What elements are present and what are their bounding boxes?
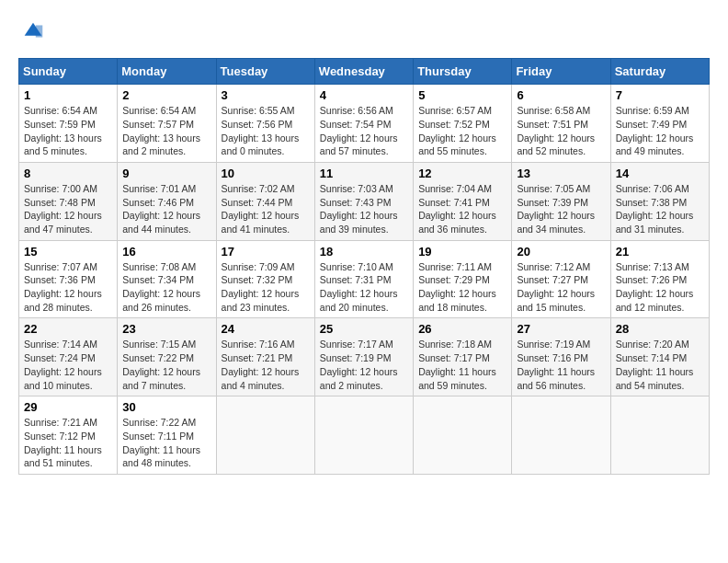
sunrise-label: Sunrise: 6:54 AM: [122, 105, 196, 116]
calendar-cell: 6 Sunrise: 6:58 AM Sunset: 7:51 PM Dayli…: [512, 85, 610, 163]
sunrise-label: Sunrise: 6:54 AM: [24, 105, 97, 116]
sunrise-label: Sunrise: 7:05 AM: [517, 183, 590, 194]
sunrise-label: Sunrise: 6:55 AM: [222, 105, 295, 116]
sunset-label: Sunset: 7:26 PM: [616, 274, 688, 285]
day-info: Sunrise: 6:55 AM Sunset: 7:56 PM Dayligh…: [222, 104, 310, 158]
weekday-tuesday: Tuesday: [216, 59, 314, 85]
day-info: Sunrise: 6:54 AM Sunset: 7:59 PM Dayligh…: [24, 104, 112, 158]
sunset-label: Sunset: 7:22 PM: [122, 352, 194, 363]
day-info: Sunrise: 6:59 AM Sunset: 7:49 PM Dayligh…: [616, 104, 704, 158]
daylight-label: Daylight: 12 hours and 47 minutes.: [24, 210, 102, 235]
calendar-cell: 26 Sunrise: 7:18 AM Sunset: 7:17 PM Dayl…: [414, 318, 512, 396]
sunrise-label: Sunrise: 7:13 AM: [616, 261, 689, 272]
calendar-cell: 13 Sunrise: 7:05 AM Sunset: 7:39 PM Dayl…: [512, 162, 610, 240]
sunrise-label: Sunrise: 7:09 AM: [222, 261, 295, 272]
day-number: 23: [122, 322, 210, 336]
sunrise-label: Sunrise: 7:10 AM: [320, 261, 393, 272]
calendar-cell: 1 Sunrise: 6:54 AM Sunset: 7:59 PM Dayli…: [19, 85, 118, 163]
calendar-cell: 9 Sunrise: 7:01 AM Sunset: 7:46 PM Dayli…: [118, 162, 216, 240]
sunrise-label: Sunrise: 7:02 AM: [222, 183, 295, 194]
sunset-label: Sunset: 7:29 PM: [418, 274, 490, 285]
sunset-label: Sunset: 7:44 PM: [222, 197, 293, 208]
day-number: 8: [24, 167, 112, 180]
day-number: 30: [122, 400, 210, 414]
sunrise-label: Sunrise: 7:20 AM: [616, 339, 689, 350]
sunset-label: Sunset: 7:52 PM: [418, 119, 490, 130]
daylight-label: Daylight: 12 hours and 4 minutes.: [222, 366, 300, 391]
day-info: Sunrise: 6:54 AM Sunset: 7:57 PM Dayligh…: [122, 104, 210, 158]
daylight-label: Daylight: 12 hours and 12 minutes.: [616, 288, 694, 313]
calendar-cell: 19 Sunrise: 7:11 AM Sunset: 7:29 PM Dayl…: [414, 240, 512, 318]
daylight-label: Daylight: 13 hours and 0 minutes.: [222, 132, 300, 157]
calendar-cell: 4 Sunrise: 6:56 AM Sunset: 7:54 PM Dayli…: [314, 85, 413, 163]
sunset-label: Sunset: 7:24 PM: [24, 352, 96, 363]
calendar-cell: 18 Sunrise: 7:10 AM Sunset: 7:31 PM Dayl…: [314, 240, 413, 318]
day-info: Sunrise: 7:15 AM Sunset: 7:22 PM Dayligh…: [122, 338, 210, 392]
weekday-wednesday: Wednesday: [314, 59, 413, 85]
sunset-label: Sunset: 7:38 PM: [616, 197, 688, 208]
daylight-label: Daylight: 12 hours and 34 minutes.: [517, 210, 595, 235]
calendar-cell: [314, 396, 413, 475]
sunset-label: Sunset: 7:17 PM: [418, 352, 490, 363]
daylight-label: Daylight: 12 hours and 44 minutes.: [122, 210, 200, 235]
sunrise-label: Sunrise: 7:01 AM: [122, 183, 196, 194]
sunset-label: Sunset: 7:12 PM: [24, 431, 96, 442]
day-info: Sunrise: 7:16 AM Sunset: 7:21 PM Dayligh…: [222, 338, 310, 392]
day-info: Sunrise: 7:18 AM Sunset: 7:17 PM Dayligh…: [418, 338, 506, 392]
daylight-label: Daylight: 12 hours and 7 minutes.: [122, 366, 200, 391]
calendar-table: SundayMondayTuesdayWednesdayThursdayFrid…: [18, 58, 710, 475]
calendar-cell: 10 Sunrise: 7:02 AM Sunset: 7:44 PM Dayl…: [216, 162, 314, 240]
day-number: 24: [222, 322, 310, 336]
sunrise-label: Sunrise: 7:08 AM: [122, 261, 196, 272]
calendar-cell: 11 Sunrise: 7:03 AM Sunset: 7:43 PM Dayl…: [314, 162, 413, 240]
calendar-cell: 24 Sunrise: 7:16 AM Sunset: 7:21 PM Dayl…: [216, 318, 314, 396]
calendar-cell: 3 Sunrise: 6:55 AM Sunset: 7:56 PM Dayli…: [216, 85, 314, 163]
calendar-cell: [610, 396, 709, 475]
day-number: 29: [24, 400, 112, 414]
calendar-cell: 25 Sunrise: 7:17 AM Sunset: 7:19 PM Dayl…: [314, 318, 413, 396]
day-number: 19: [418, 245, 506, 259]
sunset-label: Sunset: 7:14 PM: [616, 352, 688, 363]
day-number: 21: [616, 245, 704, 259]
weekday-thursday: Thursday: [414, 59, 512, 85]
calendar-cell: 29 Sunrise: 7:21 AM Sunset: 7:12 PM Dayl…: [19, 396, 118, 475]
day-info: Sunrise: 7:20 AM Sunset: 7:14 PM Dayligh…: [616, 338, 704, 392]
sunset-label: Sunset: 7:11 PM: [122, 431, 194, 442]
sunset-label: Sunset: 7:59 PM: [24, 119, 96, 130]
daylight-label: Daylight: 12 hours and 23 minutes.: [222, 288, 300, 313]
day-number: 16: [122, 245, 210, 259]
day-info: Sunrise: 7:04 AM Sunset: 7:41 PM Dayligh…: [418, 182, 506, 236]
daylight-label: Daylight: 11 hours and 51 minutes.: [24, 444, 102, 469]
sunset-label: Sunset: 7:36 PM: [24, 274, 96, 285]
day-number: 14: [616, 167, 704, 180]
weekday-monday: Monday: [118, 59, 216, 85]
day-info: Sunrise: 7:11 AM Sunset: 7:29 PM Dayligh…: [418, 260, 506, 315]
calendar-cell: 22 Sunrise: 7:14 AM Sunset: 7:24 PM Dayl…: [19, 318, 118, 396]
day-number: 7: [616, 88, 704, 102]
daylight-label: Daylight: 12 hours and 39 minutes.: [320, 210, 398, 235]
daylight-label: Daylight: 12 hours and 28 minutes.: [24, 288, 102, 313]
sunrise-label: Sunrise: 7:07 AM: [24, 261, 97, 272]
day-info: Sunrise: 7:02 AM Sunset: 7:44 PM Dayligh…: [222, 182, 310, 236]
calendar-cell: 27 Sunrise: 7:19 AM Sunset: 7:16 PM Dayl…: [512, 318, 610, 396]
sunrise-label: Sunrise: 7:11 AM: [418, 261, 492, 272]
sunset-label: Sunset: 7:57 PM: [122, 119, 194, 130]
sunset-label: Sunset: 7:46 PM: [122, 197, 194, 208]
day-number: 1: [24, 88, 112, 102]
sunset-label: Sunset: 7:51 PM: [517, 119, 588, 130]
daylight-label: Daylight: 12 hours and 41 minutes.: [222, 210, 300, 235]
daylight-label: Daylight: 11 hours and 48 minutes.: [122, 444, 200, 469]
sunset-label: Sunset: 7:49 PM: [616, 119, 688, 130]
sunrise-label: Sunrise: 7:03 AM: [320, 183, 393, 194]
sunset-label: Sunset: 7:32 PM: [222, 274, 293, 285]
sunset-label: Sunset: 7:43 PM: [320, 197, 392, 208]
calendar-cell: 21 Sunrise: 7:13 AM Sunset: 7:26 PM Dayl…: [610, 240, 709, 318]
day-info: Sunrise: 6:56 AM Sunset: 7:54 PM Dayligh…: [320, 104, 408, 158]
daylight-label: Daylight: 11 hours and 54 minutes.: [616, 366, 694, 391]
day-number: 5: [418, 88, 506, 102]
calendar-week-1: 1 Sunrise: 6:54 AM Sunset: 7:59 PM Dayli…: [19, 85, 710, 163]
day-info: Sunrise: 7:19 AM Sunset: 7:16 PM Dayligh…: [517, 338, 605, 392]
day-number: 26: [418, 322, 506, 336]
calendar-cell: [414, 396, 512, 475]
day-info: Sunrise: 7:00 AM Sunset: 7:48 PM Dayligh…: [24, 182, 112, 236]
